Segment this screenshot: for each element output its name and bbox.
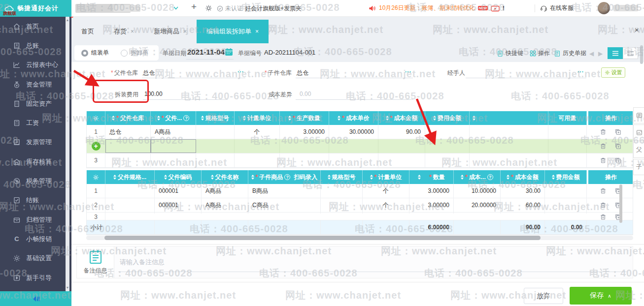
date-value[interactable]: 2021-11-04 [187, 48, 225, 56]
close-tab-icon[interactable]: × [131, 28, 134, 35]
save-button[interactable]: 保存∧ [570, 287, 632, 305]
sidebar-item-basic-settings[interactable]: 基础设置 [0, 249, 71, 268]
col-qty[interactable]: *生产数量 [280, 111, 329, 125]
parent-warehouse-picker-ellipsis[interactable]: ... [237, 67, 244, 74]
chevron-down-icon[interactable] [172, 4, 179, 11]
update-notice[interactable]: 10月26日更新：账簿、期末结转优化 NEW ! [369, 4, 505, 12]
col-unit[interactable]: 计量单位 [235, 111, 280, 125]
remark-input[interactable]: 请输入备注信息 [120, 258, 165, 267]
delete-row-icon[interactable] [600, 143, 607, 150]
cell-spec[interactable] [321, 198, 363, 212]
horizontal-scrollbar[interactable] [86, 236, 633, 240]
list-view-toggle[interactable] [608, 47, 623, 59]
col-cost[interactable]: *成本...? [454, 170, 501, 184]
sidebar-item-cloud-report[interactable]: 云报表中心 [0, 56, 71, 75]
sidebar-collapse-button[interactable] [0, 291, 71, 306]
col-cost-amount[interactable]: *成本金额 [501, 170, 545, 184]
sort-icon[interactable] [157, 116, 160, 121]
child-warehouse-picker-ellipsis[interactable]: ... [405, 67, 411, 74]
copy-row-icon[interactable] [614, 128, 621, 135]
col-parent-name[interactable]: 父件名称 [202, 170, 248, 184]
online-support[interactable]: 在线客服 [540, 4, 574, 12]
col-spec[interactable]: 规格型号 [321, 170, 363, 184]
col-cost-amount[interactable]: *成本金额 [378, 111, 425, 125]
delete-row-icon[interactable] [600, 157, 607, 164]
delete-row-icon[interactable] [600, 214, 607, 220]
sidebar-item-home[interactable]: 首页 [0, 17, 71, 36]
sidebar-item-closing[interactable]: 结账 [0, 191, 71, 210]
close-tab-icon[interactable]: × [183, 28, 187, 35]
delete-row-icon[interactable] [600, 202, 607, 209]
sort-icon[interactable] [112, 116, 115, 121]
cell-qty[interactable]: 3.00000 [409, 198, 454, 212]
cell-unit[interactable]: 个 [363, 184, 409, 198]
sort-icon[interactable] [418, 175, 421, 180]
video-tv-icon[interactable] [491, 5, 500, 12]
cell-unit[interactable]: 个 [235, 125, 280, 139]
col-unit[interactable]: *计量单位 [363, 170, 409, 184]
sort-icon[interactable] [243, 116, 246, 121]
avatar[interactable] [598, 2, 610, 14]
cell-fee[interactable] [425, 125, 470, 139]
copy-row-icon[interactable] [614, 143, 621, 150]
child-warehouse-value[interactable]: 总仓 [297, 69, 308, 77]
sidebar-item-archive[interactable]: 归档管理 [0, 210, 71, 229]
alert-exclamation[interactable]: ! [503, 5, 505, 12]
scan-entry-link[interactable]: 扫码录入 [294, 173, 317, 182]
cancel-button[interactable]: 放弃 [524, 288, 563, 304]
cell-amount[interactable]: 90.00 [378, 125, 425, 139]
sort-icon[interactable] [552, 175, 555, 180]
close-all-tabs-icon[interactable]: × [635, 26, 639, 34]
sort-icon[interactable] [386, 116, 389, 121]
sidebar-item-inventory[interactable]: 库存核算 [0, 152, 71, 171]
sort-icon[interactable] [164, 175, 167, 180]
cell-product[interactable]: A商品 [151, 125, 196, 139]
brand-logo[interactable]: 畅捷通好会计 旗舰版 [0, 0, 71, 17]
save-dropdown-caret-icon[interactable]: ∧ [608, 293, 611, 299]
col-parent-code[interactable]: 父件编码 [155, 170, 202, 184]
sort-icon[interactable] [113, 175, 116, 180]
sidebar-scrollbar[interactable]: ▲ ▼ [66, 17, 69, 291]
col-fee-amount[interactable]: 费用金额 [425, 111, 470, 125]
next-doc-icon[interactable]: ▶ [598, 50, 603, 57]
account-settings-gear-icon[interactable] [205, 4, 212, 12]
card-view-toggle[interactable] [623, 47, 638, 59]
col-parent-spec[interactable]: 父件规格... [105, 170, 155, 184]
col-qty[interactable]: *数量 [409, 170, 454, 184]
sort-icon[interactable] [370, 175, 373, 180]
col-available[interactable]: 可用量 [548, 111, 587, 125]
col-fee-amount[interactable]: 费用金额 [545, 170, 587, 184]
col-parent-name[interactable]: *父件...? [151, 111, 196, 125]
chart-tool[interactable] [633, 124, 644, 141]
notice-text[interactable]: 10月26日更新：账簿、期末结转优化 [379, 4, 475, 12]
prev-doc-icon[interactable]: ◀ [589, 50, 594, 57]
table-vertical-scrollbar[interactable] [619, 184, 622, 223]
tab-home[interactable]: 首页 [71, 20, 104, 43]
add-row-icon[interactable]: + [92, 142, 101, 151]
page-scrollbar-thumb[interactable] [640, 45, 643, 64]
tab-edit-assembly[interactable]: 编辑组装拆卸单× [197, 20, 269, 43]
col-parent-warehouse[interactable]: *父件仓库 [105, 111, 151, 125]
sidebar-item-tax[interactable]: 税务管理 [0, 171, 71, 190]
cell-cost[interactable]: 10.00000 [454, 184, 501, 198]
cell-unit[interactable]: 个 [363, 198, 409, 212]
calendar-icon[interactable] [225, 48, 233, 56]
help-icon[interactable]: ? [487, 174, 493, 180]
radio-assemble[interactable]: 组装单 [81, 49, 109, 57]
sort-icon[interactable] [328, 175, 331, 180]
sort-icon[interactable] [201, 116, 204, 121]
scroll-up-icon[interactable]: ▲ [66, 18, 69, 23]
horizontal-scrollbar-thumb[interactable] [104, 236, 541, 240]
col-cost-price[interactable]: *成本单价 [329, 111, 378, 125]
sort-icon[interactable] [288, 116, 291, 121]
column-settings-header[interactable] [87, 111, 105, 125]
delete-row-icon[interactable] [600, 187, 607, 194]
parent-item-tool[interactable]: 父 [633, 142, 644, 158]
col-spec[interactable]: 规格型号 [196, 111, 235, 125]
handler-picker-ellipsis[interactable]: ... [577, 67, 584, 74]
sidebar-item-guide[interactable]: 新手引导 [0, 268, 71, 287]
cell-qty[interactable]: 3.00000 [409, 184, 454, 198]
tab-inventory[interactable]: 存货× [104, 20, 144, 43]
cell-price[interactable]: 30.00000 [329, 125, 378, 139]
sort-icon[interactable] [433, 116, 436, 121]
